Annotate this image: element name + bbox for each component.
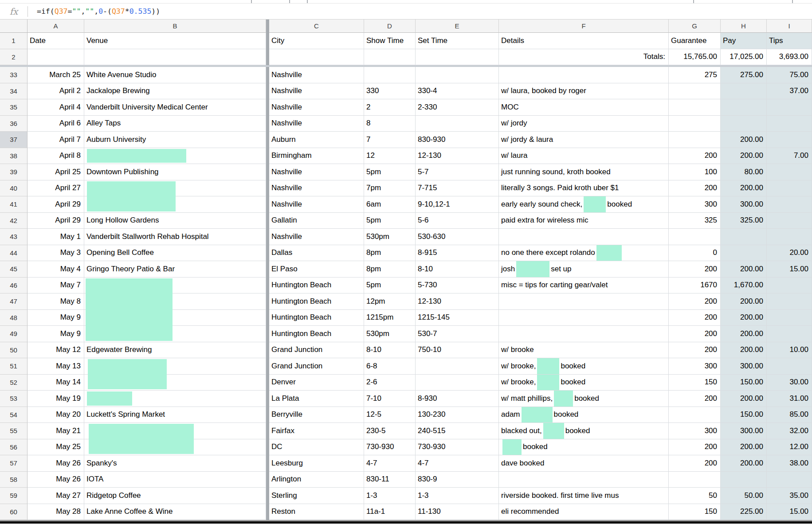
cell-C41[interactable]: Nashville	[269, 196, 364, 213]
cell-H40[interactable]: 200.00	[721, 180, 767, 197]
cell-D48[interactable]: 1215pm	[364, 310, 416, 326]
cell-E47[interactable]: 12-130	[416, 293, 499, 310]
cell-E36[interactable]	[416, 116, 499, 132]
cell-D33[interactable]	[364, 67, 416, 83]
cell-I1[interactable]: Tips	[767, 33, 812, 49]
cell-G49[interactable]: 200	[669, 326, 721, 342]
cell-G51[interactable]: 300	[669, 358, 721, 375]
cell-E40[interactable]: 7-715	[416, 180, 499, 197]
cell-C56[interactable]: DC	[269, 439, 364, 456]
cell-D54[interactable]: 12-5	[364, 407, 416, 423]
cell-H2[interactable]: 17,025.00	[721, 49, 767, 66]
cell-G38[interactable]: 200	[669, 148, 721, 164]
cell-F50[interactable]: w/ brooke	[499, 342, 669, 359]
cell-F37[interactable]: w/ jordy & laura	[499, 132, 669, 148]
cell-E55[interactable]: 240-515	[416, 423, 499, 439]
row-header-47[interactable]: 47	[0, 293, 27, 310]
column-header-B[interactable]: B	[84, 20, 266, 33]
cell-C45[interactable]: El Paso	[269, 261, 364, 278]
column-header-G[interactable]: G	[669, 20, 721, 33]
cell-H43[interactable]	[721, 229, 767, 245]
cell-H33[interactable]: 275.00	[721, 67, 767, 83]
cell-B57[interactable]: Spanky's	[84, 455, 266, 472]
cell-C51[interactable]: Grand Junction	[269, 358, 364, 375]
cell-G48[interactable]: 200	[669, 310, 721, 326]
cell-H44[interactable]	[721, 245, 767, 262]
frozen-column-divider[interactable]	[266, 20, 269, 33]
cell-I46[interactable]	[767, 278, 812, 294]
cell-I54[interactable]: 85.00	[767, 407, 812, 423]
cell-I51[interactable]	[767, 358, 812, 375]
cell-F42[interactable]: paid extra for wireless mic	[499, 213, 669, 229]
cell-H34[interactable]	[721, 83, 767, 100]
cell-C34[interactable]: Nashville	[269, 83, 364, 100]
cell-A52[interactable]: May 14	[27, 375, 84, 391]
cell-C40[interactable]: Nashville	[269, 180, 364, 197]
cell-I55[interactable]: 32.00	[767, 423, 812, 439]
cell-B42[interactable]: Long Hollow Gardens	[84, 213, 266, 229]
cell-E42[interactable]: 5-6	[416, 213, 499, 229]
cell-G1[interactable]: Guarantee	[669, 33, 721, 49]
row-header-34[interactable]: 34	[0, 83, 27, 100]
cell-F56[interactable]: booked	[499, 439, 669, 456]
cell-B48[interactable]	[84, 310, 266, 326]
column-header-F[interactable]: F	[499, 20, 669, 33]
cell-I44[interactable]: 20.00	[767, 245, 812, 262]
cell-F38[interactable]: w/ laura	[499, 148, 669, 164]
cell-B43[interactable]: Vanderbilt Stallworth Rehab Hospital	[84, 229, 266, 245]
cell-B44[interactable]: Opening Bell Coffee	[84, 245, 266, 262]
cell-C47[interactable]: Huntington Beach	[269, 293, 364, 310]
cell-E49[interactable]: 530-7	[416, 326, 499, 342]
cell-B59[interactable]: Ridgetop Coffee	[84, 488, 266, 504]
cell-E50[interactable]: 750-10	[416, 342, 499, 359]
cell-F40[interactable]: literally 3 songs. Paid kroth uber $1	[499, 180, 669, 197]
cell-A34[interactable]: April 2	[27, 83, 84, 100]
cell-G47[interactable]: 200	[669, 293, 721, 310]
cell-G46[interactable]: 1670	[669, 278, 721, 294]
cell-A51[interactable]: May 13	[27, 358, 84, 375]
cell-F54[interactable]: adambooked	[499, 407, 669, 423]
cell-E2[interactable]	[416, 49, 499, 66]
cell-C48[interactable]: Huntington Beach	[269, 310, 364, 326]
cell-F51[interactable]: w/ brooke,booked	[499, 358, 669, 375]
cell-A2[interactable]	[27, 49, 84, 66]
cell-B50[interactable]: Edgewater Brewing	[84, 342, 266, 359]
cell-D40[interactable]: 7pm	[364, 180, 416, 197]
cell-E56[interactable]: 730-930	[416, 439, 499, 456]
cell-E45[interactable]: 8-10	[416, 261, 499, 278]
cell-I53[interactable]: 31.00	[767, 391, 812, 407]
cell-D37[interactable]: 7	[364, 132, 416, 148]
cell-H60[interactable]: 225.00	[721, 504, 767, 520]
cell-E52[interactable]	[416, 375, 499, 391]
cell-C37[interactable]: Auburn	[269, 132, 364, 148]
cell-E43[interactable]: 530-630	[416, 229, 499, 245]
cell-A56[interactable]: May 25	[27, 439, 84, 456]
row-header-40[interactable]: 40	[0, 180, 27, 197]
cell-A41[interactable]: April 29	[27, 196, 84, 213]
row-header-52[interactable]: 52	[0, 375, 27, 391]
cell-E53[interactable]: 8-930	[416, 391, 499, 407]
cell-C33[interactable]: Nashville	[269, 67, 364, 83]
cell-D45[interactable]: 8pm	[364, 261, 416, 278]
cell-H47[interactable]: 200.00	[721, 293, 767, 310]
cell-A57[interactable]: May 26	[27, 455, 84, 472]
cell-E1[interactable]: Set Time	[416, 33, 499, 49]
cell-H45[interactable]: 200.00	[721, 261, 767, 278]
cell-H57[interactable]: 200.00	[721, 455, 767, 472]
cell-G45[interactable]: 200	[669, 261, 721, 278]
cell-I39[interactable]	[767, 164, 812, 180]
cell-B53[interactable]	[84, 391, 266, 407]
cell-C44[interactable]: Dallas	[269, 245, 364, 262]
cell-F55[interactable]: blacked out,booked	[499, 423, 669, 439]
cell-C57[interactable]: Leesburg	[269, 455, 364, 472]
column-header-D[interactable]: D	[364, 20, 416, 33]
cell-D43[interactable]: 530pm	[364, 229, 416, 245]
cell-F36[interactable]: w/ jordy	[499, 116, 669, 132]
corner-cell[interactable]	[0, 20, 27, 33]
cell-B49[interactable]	[84, 326, 266, 342]
cell-F35[interactable]: MOC	[499, 99, 669, 116]
column-header-I[interactable]: I	[767, 20, 812, 33]
cell-D55[interactable]: 230-5	[364, 423, 416, 439]
cell-E57[interactable]: 4-7	[416, 455, 499, 472]
cell-H38[interactable]: 200.00	[721, 148, 767, 164]
